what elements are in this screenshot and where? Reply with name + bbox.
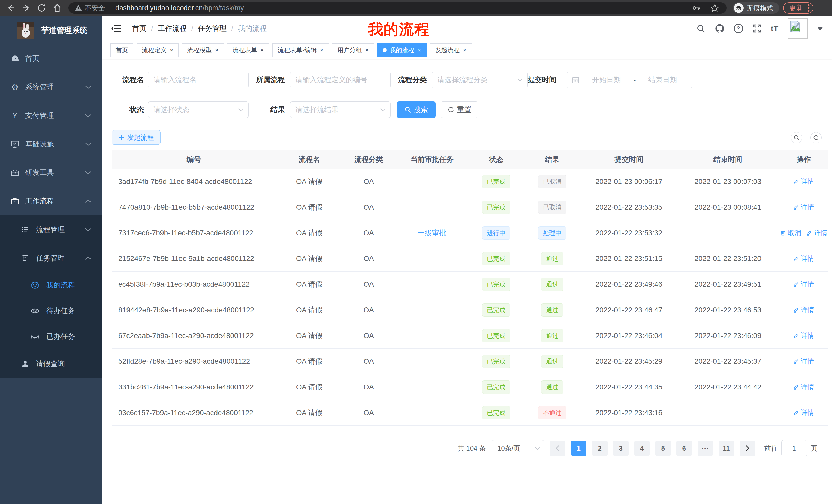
chevron-down-icon[interactable] [817,27,823,31]
breadcrumb-item[interactable]: 首页 [132,24,147,33]
detail-link[interactable]: 详情 [793,331,814,340]
status-badge: 已完成 [482,252,510,265]
close-icon[interactable] [170,47,173,54]
page-button[interactable]: 5 [655,441,671,456]
back-icon[interactable] [6,3,16,12]
end-time: 2022-01-22 23:46:53 [676,306,780,314]
browser-menu-icon[interactable] [807,4,810,12]
search-icon[interactable] [696,24,705,33]
refresh-table-button[interactable] [810,132,822,143]
status-badge: 已完成 [482,175,510,188]
sidebar-item-task-mgmt[interactable]: 任务管理 [0,244,102,272]
forward-icon[interactable] [22,3,31,12]
sidebar-item-todo-tasks[interactable]: 待办任务 [0,298,102,324]
tab-home[interactable]: 首页 [110,44,133,57]
password-key-icon[interactable] [692,4,700,12]
detail-link[interactable]: 详情 [793,254,814,263]
page-button[interactable]: 2 [592,441,607,456]
bookmark-star-icon[interactable] [711,4,719,12]
sidebar-item-system[interactable]: ⚙ 系统管理 [0,73,102,101]
app-logo[interactable] [17,22,34,39]
detail-link[interactable]: 详情 [806,228,827,237]
font-size-icon[interactable] [771,24,779,33]
close-icon[interactable] [365,47,369,54]
status-select[interactable]: 请选择状态 [148,102,249,118]
detail-link[interactable]: 详情 [793,383,814,391]
tab-process-form[interactable]: 流程表单 [227,44,269,57]
reset-button[interactable]: 重置 [441,102,478,118]
close-icon[interactable] [215,47,218,54]
sidebar-item-infrastructure[interactable]: 基础设施 [0,130,102,158]
sidebar-fold-icon[interactable] [111,23,121,34]
process-name-input[interactable] [148,72,249,88]
cancel-link[interactable]: 取消 [780,228,801,237]
tab-process-definition[interactable]: 流程定义 [136,44,179,57]
start-date-placeholder[interactable]: 开始日期 [581,75,631,85]
page-button[interactable]: 6 [676,441,692,456]
detail-link[interactable]: 详情 [793,280,814,289]
show-search-toggle-button[interactable] [791,132,802,143]
sidebar-item-process-mgmt[interactable]: 流程管理 [0,215,102,244]
sidebar-item-payment[interactable]: ¥ 支付管理 [0,101,102,130]
not-secure-icon[interactable] [75,4,82,12]
prev-page-button[interactable] [550,441,565,456]
current-task-link[interactable]: 一级审批 [394,228,469,238]
sidebar-item-devtools[interactable]: 研发工具 [0,158,102,187]
goto-page-input[interactable] [781,440,807,456]
submit-time-range-picker[interactable]: 开始日期 - 结束日期 [567,72,693,88]
address-bar[interactable]: 不安全 dashboard.yudao.iocoder.cn /bpm/task… [69,2,727,13]
breadcrumb-item[interactable]: 工作流程 [158,24,187,33]
table-row: 2152467e-7b9b-11ec-9a1b-acde48001122 OA … [112,246,828,272]
parent-process-input[interactable] [290,72,391,88]
tab-my-process[interactable]: 我的流程 [377,44,426,57]
sidebar-item-label: 系统管理 [0,82,54,92]
detail-link[interactable]: 详情 [793,305,814,314]
tab-user-group[interactable]: 用户分组 [332,44,374,57]
process-id: 03c6c157-7b9a-11ec-a290-acde48001122 [112,409,276,417]
broken-image-icon [790,21,800,32]
detail-link[interactable]: 详情 [793,408,814,417]
close-icon[interactable] [418,47,421,54]
edit-icon [793,204,799,210]
category-select[interactable]: 请选择流程分类 [432,72,527,88]
sidebar-item-done-tasks[interactable]: 已办任务 [0,324,102,349]
detail-link[interactable]: 详情 [793,177,814,186]
close-icon[interactable] [320,47,323,54]
close-icon[interactable] [463,47,466,54]
close-icon[interactable] [260,47,264,54]
sidebar-item-leave-query[interactable]: 请假查询 [0,349,102,378]
search-button[interactable]: 搜索 [397,102,436,118]
table-row: 331bc281-7b9a-11ec-a290-acde48001122 OA … [112,374,828,400]
result-badge: 通过 [541,252,563,265]
page-button[interactable]: 3 [613,441,629,456]
sidebar-item-my-process[interactable]: 我的流程 [0,272,102,298]
browser-update-button[interactable]: 更新 [783,2,813,13]
create-process-button[interactable]: 发起流程 [112,130,161,145]
breadcrumb-item[interactable]: 任务管理 [198,24,227,33]
workflow-submenu: 流程管理 任务管理 我的流程 待办任务 已办任务 请假 [0,215,102,378]
home-icon[interactable] [52,3,62,12]
help-icon[interactable] [734,24,743,33]
more-pages-button[interactable]: ··· [698,441,713,456]
process-name: OA 请假 [276,279,343,289]
process-category: OA [343,255,394,263]
page-size-select[interactable]: 10条/页 [492,440,544,456]
tab-process-model[interactable]: 流程模型 [182,44,224,57]
next-page-button[interactable] [740,441,755,456]
fullscreen-icon[interactable] [752,24,761,33]
page-button[interactable]: 4 [634,441,650,456]
user-avatar[interactable] [788,19,808,38]
column-header: 提交时间 [581,155,676,164]
sidebar-item-home[interactable]: 首页 [0,44,102,73]
detail-link[interactable]: 详情 [793,357,814,366]
result-select[interactable]: 请选择流结果 [290,102,391,118]
tab-process-form-edit[interactable]: 流程表单-编辑 [272,44,329,57]
github-icon[interactable] [715,24,725,33]
end-date-placeholder[interactable]: 结束日期 [638,75,687,85]
page-button[interactable]: 11 [719,441,734,456]
tab-start-process[interactable]: 发起流程 [430,44,472,57]
detail-link[interactable]: 详情 [793,203,814,212]
reload-icon[interactable] [37,3,46,12]
page-button[interactable]: 1 [571,441,587,456]
sidebar-item-workflow[interactable]: 工作流程 [0,187,102,215]
